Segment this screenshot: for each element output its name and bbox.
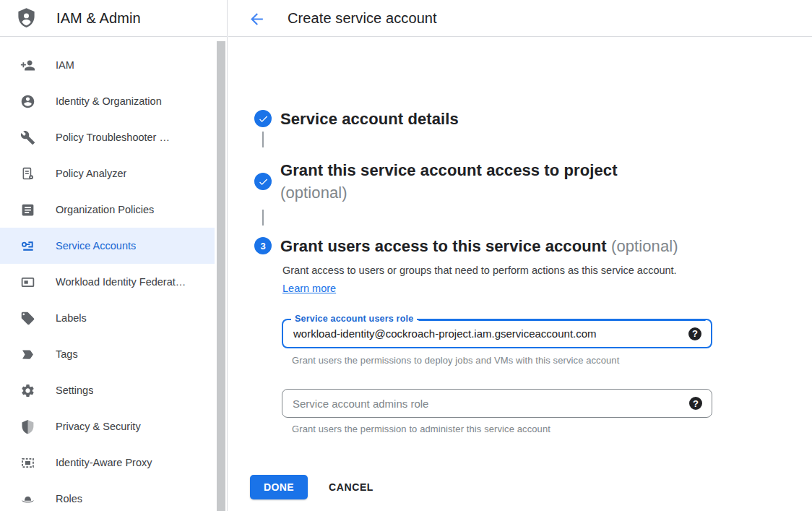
sidebar-item-label: Identity & Organization [56, 95, 162, 107]
sidebar-item-label: Tags [56, 348, 78, 360]
sidebar-item-label: IAM [56, 59, 74, 71]
sidebar-item-label: Labels [56, 312, 87, 324]
step-2-title-text: Grant this service account access to pro… [280, 161, 618, 179]
label-tag-icon [20, 310, 35, 326]
help-icon[interactable]: ? [689, 397, 702, 410]
sidebar-item-label: Policy Troubleshooter … [56, 132, 170, 143]
cancel-button[interactable]: CANCEL [329, 481, 373, 493]
step-1-title: Service account details [280, 108, 459, 130]
sidebar-item-policy-troubleshooter[interactable]: Policy Troubleshooter … [0, 119, 215, 155]
document-gear-icon [20, 166, 35, 181]
step-1-check-icon [254, 110, 272, 127]
account-circle-icon [20, 93, 35, 109]
users-role-field: Service account users role ? [282, 319, 712, 348]
sidebar-item-settings[interactable]: Settings [0, 372, 215, 408]
step-3-description-text: Grant access to users or groups that nee… [282, 265, 677, 276]
sidebar-item-privacy-security[interactable]: Privacy & Security [0, 408, 215, 445]
tag-arrow-icon [20, 346, 35, 362]
step-3-number-badge: 3 [254, 237, 272, 254]
admins-role-input[interactable] [282, 390, 712, 417]
sidebar-item-workload-identity-federation[interactable]: Workload Identity Federat… [0, 264, 215, 300]
badge-card-icon [20, 274, 35, 290]
step-3-optional-label: (optional) [611, 237, 678, 255]
admins-role-field: ? [282, 389, 712, 418]
step-3-description: Grant access to users or groups that nee… [282, 262, 686, 298]
help-icon[interactable]: ? [688, 327, 701, 340]
form-actions: DONE CANCEL [250, 475, 373, 499]
sidebar-item-identity-organization[interactable]: Identity & Organization [0, 83, 215, 119]
sidebar: IAM & Admin IAM Identity & Organization … [0, 0, 228, 511]
service-account-key-icon [20, 238, 35, 254]
sidebar-item-organization-policies[interactable]: Organization Policies [0, 192, 215, 228]
article-icon [20, 202, 35, 218]
users-role-input[interactable] [283, 320, 711, 347]
content-header: Create service account [228, 0, 812, 37]
gear-icon [20, 382, 35, 398]
sidebar-item-label: Identity-Aware Proxy [56, 457, 152, 468]
sidebar-item-iam[interactable]: IAM [0, 47, 215, 83]
sidebar-item-policy-analyzer[interactable]: Policy Analyzer [0, 155, 215, 192]
sidebar-item-label: Policy Analyzer [56, 168, 126, 179]
sidebar-item-labels[interactable]: Labels [0, 300, 215, 336]
sidebar-item-roles[interactable]: Roles [0, 481, 215, 511]
admins-role-helper-text: Grant users the permission to administer… [292, 424, 550, 434]
sidebar-item-label: Roles [56, 493, 82, 504]
done-button[interactable]: DONE [250, 475, 308, 499]
sidebar-item-label: Organization Policies [56, 204, 154, 215]
step-2-check-icon [254, 173, 272, 190]
sidebar-item-label: Settings [56, 385, 93, 396]
proxy-icon [20, 455, 35, 471]
step-2-title: Grant this service account access to pro… [280, 159, 685, 204]
step-connector [262, 210, 264, 226]
product-name: IAM & Admin [56, 10, 141, 27]
back-button[interactable] [247, 9, 266, 28]
step-connector [262, 132, 264, 147]
step-3-title-text: Grant users access to this service accou… [280, 237, 607, 255]
page-title: Create service account [288, 10, 437, 27]
step-3-number: 3 [260, 241, 265, 252]
iam-shield-person-icon [15, 6, 38, 30]
person-add-icon [20, 57, 35, 73]
step-3-title: Grant users access to this service accou… [280, 235, 678, 257]
learn-more-link[interactable]: Learn more [282, 283, 336, 294]
sidebar-item-service-accounts[interactable]: Service Accounts [0, 228, 215, 264]
wrench-icon [20, 129, 35, 145]
step-2-optional-label: (optional) [280, 184, 347, 202]
sidebar-item-label: Service Accounts [56, 240, 136, 252]
sidebar-item-label: Privacy & Security [56, 421, 141, 432]
sidebar-item-tags[interactable]: Tags [0, 336, 215, 372]
sidebar-item-label: Workload Identity Federat… [56, 276, 186, 288]
sidebar-scrollbar[interactable] [217, 41, 225, 511]
arrow-back-icon [248, 10, 266, 28]
sidebar-item-identity-aware-proxy[interactable]: Identity-Aware Proxy [0, 445, 215, 481]
users-role-helper-text: Grant users the permissions to deploy jo… [292, 355, 619, 366]
product-header: IAM & Admin [0, 0, 227, 37]
main-content: Service account details Grant this servi… [228, 38, 812, 511]
hat-icon [20, 491, 35, 507]
shield-icon [20, 418, 35, 434]
sidebar-nav: IAM Identity & Organization Policy Troub… [0, 38, 228, 511]
